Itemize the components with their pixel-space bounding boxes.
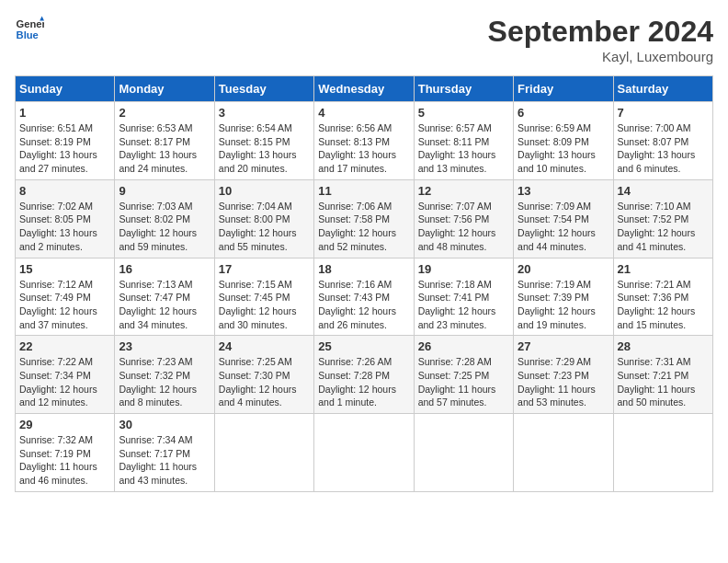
- day-detail: Sunrise: 7:25 AMSunset: 7:30 PMDaylight:…: [219, 355, 310, 409]
- day-number: 22: [19, 339, 110, 353]
- day-number: 29: [19, 418, 110, 431]
- day-number: 15: [19, 262, 110, 276]
- day-detail: Sunrise: 7:02 AMSunset: 8:05 PMDaylight:…: [19, 200, 110, 254]
- day-detail: Sunrise: 7:06 AMSunset: 7:58 PMDaylight:…: [318, 200, 409, 254]
- calendar-cell: 28Sunrise: 7:31 AMSunset: 7:21 PMDayligh…: [613, 336, 712, 414]
- day-detail: Sunrise: 7:18 AMSunset: 7:41 PMDaylight:…: [418, 278, 509, 332]
- day-detail: Sunrise: 7:26 AMSunset: 7:28 PMDaylight:…: [318, 355, 409, 409]
- day-number: 26: [418, 339, 509, 353]
- calendar-cell: 30Sunrise: 7:34 AMSunset: 7:17 PMDayligh…: [115, 414, 214, 492]
- calendar-cell: 27Sunrise: 7:29 AMSunset: 7:23 PMDayligh…: [514, 336, 613, 414]
- calendar-cell: 8Sunrise: 7:02 AMSunset: 8:05 PMDaylight…: [16, 179, 115, 258]
- day-number: 14: [618, 184, 709, 198]
- calendar-cell: 5Sunrise: 6:57 AMSunset: 8:11 PMDaylight…: [414, 102, 513, 180]
- calendar-cell: [214, 414, 313, 492]
- day-number: 24: [219, 339, 310, 353]
- day-detail: Sunrise: 7:13 AMSunset: 7:47 PMDaylight:…: [119, 278, 210, 332]
- calendar-cell: 3Sunrise: 6:54 AMSunset: 8:15 PMDaylight…: [214, 102, 313, 180]
- logo-icon: General Blue: [15, 15, 44, 44]
- day-detail: Sunrise: 7:09 AMSunset: 7:54 PMDaylight:…: [518, 200, 609, 254]
- calendar-table: SundayMondayTuesdayWednesdayThursdayFrid…: [15, 75, 713, 492]
- day-detail: Sunrise: 7:23 AMSunset: 7:32 PMDaylight:…: [119, 355, 210, 409]
- calendar-cell: 23Sunrise: 7:23 AMSunset: 7:32 PMDayligh…: [115, 336, 214, 414]
- day-number: 6: [518, 106, 609, 120]
- day-detail: Sunrise: 6:54 AMSunset: 8:15 PMDaylight:…: [219, 121, 310, 176]
- calendar-cell: 10Sunrise: 7:04 AMSunset: 8:00 PMDayligh…: [214, 179, 313, 258]
- day-number: 25: [318, 339, 409, 353]
- day-number: 10: [219, 184, 310, 198]
- day-detail: Sunrise: 7:07 AMSunset: 7:56 PMDaylight:…: [418, 200, 509, 254]
- weekday-header-sunday: Sunday: [16, 76, 115, 102]
- day-detail: Sunrise: 7:12 AMSunset: 7:49 PMDaylight:…: [19, 278, 110, 332]
- day-detail: Sunrise: 7:19 AMSunset: 7:39 PMDaylight:…: [518, 278, 609, 332]
- weekday-header-friday: Friday: [514, 76, 613, 102]
- calendar-cell: 26Sunrise: 7:28 AMSunset: 7:25 PMDayligh…: [414, 336, 513, 414]
- calendar-cell: 13Sunrise: 7:09 AMSunset: 7:54 PMDayligh…: [514, 179, 613, 258]
- day-number: 4: [318, 106, 409, 120]
- calendar-cell: 22Sunrise: 7:22 AMSunset: 7:34 PMDayligh…: [16, 336, 115, 414]
- calendar-cell: 2Sunrise: 6:53 AMSunset: 8:17 PMDaylight…: [115, 102, 214, 180]
- day-detail: Sunrise: 6:53 AMSunset: 8:17 PMDaylight:…: [119, 121, 210, 176]
- weekday-header-wednesday: Wednesday: [314, 76, 414, 102]
- day-detail: Sunrise: 7:10 AMSunset: 7:52 PMDaylight:…: [618, 200, 709, 254]
- day-number: 16: [119, 262, 210, 276]
- weekday-header-row: SundayMondayTuesdayWednesdayThursdayFrid…: [16, 76, 713, 102]
- calendar-cell: 9Sunrise: 7:03 AMSunset: 8:02 PMDaylight…: [115, 179, 214, 258]
- calendar-cell: 25Sunrise: 7:26 AMSunset: 7:28 PMDayligh…: [314, 336, 414, 414]
- calendar-cell: 14Sunrise: 7:10 AMSunset: 7:52 PMDayligh…: [613, 179, 712, 258]
- calendar-cell: 20Sunrise: 7:19 AMSunset: 7:39 PMDayligh…: [514, 258, 613, 336]
- day-number: 2: [119, 106, 210, 120]
- day-number: 28: [618, 339, 709, 353]
- page-header: General Blue September 2024 Kayl, Luxemb…: [15, 15, 713, 64]
- calendar-cell: 21Sunrise: 7:21 AMSunset: 7:36 PMDayligh…: [613, 258, 712, 336]
- calendar-cell: 6Sunrise: 6:59 AMSunset: 8:09 PMDaylight…: [514, 102, 613, 180]
- day-detail: Sunrise: 7:28 AMSunset: 7:25 PMDaylight:…: [418, 355, 509, 409]
- calendar-cell: 17Sunrise: 7:15 AMSunset: 7:45 PMDayligh…: [214, 258, 313, 336]
- day-detail: Sunrise: 7:34 AMSunset: 7:17 PMDaylight:…: [119, 433, 210, 488]
- day-detail: Sunrise: 7:31 AMSunset: 7:21 PMDaylight:…: [618, 355, 709, 409]
- day-number: 1: [19, 106, 110, 120]
- logo: General Blue: [15, 15, 44, 44]
- calendar-cell: [613, 414, 712, 492]
- day-number: 17: [219, 262, 310, 276]
- day-detail: Sunrise: 7:21 AMSunset: 7:36 PMDaylight:…: [618, 278, 709, 332]
- calendar-cell: [314, 414, 414, 492]
- day-number: 30: [119, 418, 210, 431]
- day-number: 9: [119, 184, 210, 198]
- day-detail: Sunrise: 7:22 AMSunset: 7:34 PMDaylight:…: [19, 355, 110, 409]
- calendar-cell: [514, 414, 613, 492]
- day-number: 12: [418, 184, 509, 198]
- calendar-week-2: 8Sunrise: 7:02 AMSunset: 8:05 PMDaylight…: [16, 179, 713, 258]
- day-number: 11: [318, 184, 409, 198]
- day-number: 5: [418, 106, 509, 120]
- day-detail: Sunrise: 7:16 AMSunset: 7:43 PMDaylight:…: [318, 278, 409, 332]
- calendar-cell: 4Sunrise: 6:56 AMSunset: 8:13 PMDaylight…: [314, 102, 414, 180]
- calendar-cell: [414, 414, 513, 492]
- day-detail: Sunrise: 7:32 AMSunset: 7:19 PMDaylight:…: [19, 433, 110, 488]
- day-detail: Sunrise: 7:15 AMSunset: 7:45 PMDaylight:…: [219, 278, 310, 332]
- day-number: 20: [518, 262, 609, 276]
- day-detail: Sunrise: 6:57 AMSunset: 8:11 PMDaylight:…: [418, 121, 509, 176]
- day-number: 23: [119, 339, 210, 353]
- calendar-cell: 12Sunrise: 7:07 AMSunset: 7:56 PMDayligh…: [414, 179, 513, 258]
- day-number: 3: [219, 106, 310, 120]
- calendar-cell: 11Sunrise: 7:06 AMSunset: 7:58 PMDayligh…: [314, 179, 414, 258]
- svg-text:Blue: Blue: [17, 29, 39, 40]
- day-detail: Sunrise: 6:59 AMSunset: 8:09 PMDaylight:…: [518, 121, 609, 176]
- weekday-header-monday: Monday: [115, 76, 214, 102]
- calendar-cell: 15Sunrise: 7:12 AMSunset: 7:49 PMDayligh…: [16, 258, 115, 336]
- calendar-cell: 16Sunrise: 7:13 AMSunset: 7:47 PMDayligh…: [115, 258, 214, 336]
- location: Kayl, Luxembourg: [488, 49, 713, 64]
- day-number: 13: [518, 184, 609, 198]
- day-detail: Sunrise: 6:51 AMSunset: 8:19 PMDaylight:…: [19, 121, 110, 176]
- month-title: September 2024: [488, 15, 713, 49]
- day-number: 18: [318, 262, 409, 276]
- calendar-cell: 29Sunrise: 7:32 AMSunset: 7:19 PMDayligh…: [16, 414, 115, 492]
- calendar-cell: 1Sunrise: 6:51 AMSunset: 8:19 PMDaylight…: [16, 102, 115, 180]
- day-number: 7: [618, 106, 709, 120]
- day-detail: Sunrise: 7:03 AMSunset: 8:02 PMDaylight:…: [119, 200, 210, 254]
- day-detail: Sunrise: 6:56 AMSunset: 8:13 PMDaylight:…: [318, 121, 409, 176]
- weekday-header-saturday: Saturday: [613, 76, 712, 102]
- calendar-week-5: 29Sunrise: 7:32 AMSunset: 7:19 PMDayligh…: [16, 414, 713, 492]
- calendar-week-1: 1Sunrise: 6:51 AMSunset: 8:19 PMDaylight…: [16, 102, 713, 180]
